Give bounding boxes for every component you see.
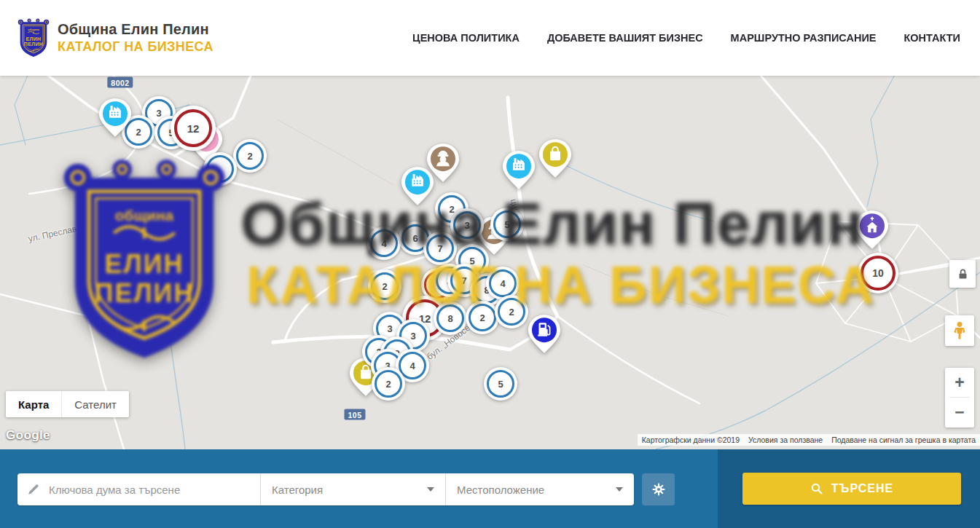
cluster-count: 2: [371, 272, 399, 300]
cluster-marker[interactable]: 8: [434, 302, 467, 335]
cluster-count: 5: [493, 210, 521, 238]
cluster-count: 10: [861, 256, 895, 291]
cluster-marker[interactable]: 2: [466, 301, 499, 334]
keyword-field: [17, 473, 261, 505]
chevron-down-icon: [427, 487, 434, 492]
gear-icon: [651, 481, 667, 497]
cluster-count: 2: [469, 304, 496, 331]
maptype-satellite-button[interactable]: Сателит: [61, 391, 129, 417]
municipality-logo-icon: община ЕЛИН ПЕЛИН: [17, 17, 50, 59]
pencil-icon: [27, 483, 40, 496]
category-pin-factory[interactable]: [98, 97, 132, 138]
category-select[interactable]: Категория: [261, 473, 446, 505]
category-pin-fuel[interactable]: [528, 313, 561, 355]
cluster-count: 4: [489, 269, 517, 297]
advanced-settings-button[interactable]: [642, 473, 675, 505]
cluster-count: 4: [370, 229, 398, 257]
cluster-marker[interactable]: 4: [367, 226, 401, 260]
search-fields: Категория Местоположение: [17, 473, 634, 505]
cluster-count: 7: [426, 235, 454, 262]
nav-contacts[interactable]: КОНТАКТИ: [903, 32, 960, 44]
cluster-marker[interactable]: 3: [450, 208, 484, 242]
maptype-map-button[interactable]: Карта: [6, 391, 61, 417]
search-button[interactable]: ТЪРСЕНЕ: [742, 473, 961, 505]
cluster-count: 3: [453, 211, 481, 239]
fullscreen-lock-button[interactable]: [949, 260, 976, 288]
brand[interactable]: община ЕЛИН ПЕЛИН Община Елин Пелин КАТА…: [17, 17, 213, 59]
zoom-control: + −: [945, 368, 974, 427]
location-select[interactable]: Местоположение: [446, 473, 634, 505]
site-subtitle: КАТАЛОГ НА БИЗНЕСА: [58, 39, 213, 55]
cluster-marker[interactable]: 5: [490, 208, 524, 241]
cluster-count: 12: [174, 109, 212, 147]
category-pin-church[interactable]: [855, 209, 889, 251]
cluster-marker[interactable]: 10: [858, 253, 898, 293]
map-canvas[interactable]: 8002105ул. Преславбул. „Новоселции 32512…: [0, 76, 980, 449]
category-pin-factory[interactable]: [502, 149, 536, 191]
keyword-input[interactable]: [47, 483, 251, 497]
chevron-down-icon: [616, 487, 623, 492]
cluster-marker[interactable]: [203, 152, 237, 186]
nav-add-business[interactable]: ДОБАВЕТЕ ВАШИЯТ БИЗНЕС: [547, 32, 703, 44]
header: община ЕЛИН ПЕЛИН Община Елин Пелин КАТА…: [0, 0, 980, 76]
category-pin-worker[interactable]: [426, 142, 460, 184]
cluster-marker[interactable]: 12: [170, 106, 216, 151]
cluster-marker[interactable]: 7: [423, 232, 457, 265]
cluster-marker[interactable]: 5: [484, 367, 517, 401]
attribution-data-notice: Картографски данни ©2019: [638, 434, 744, 446]
category-pin-bag[interactable]: [538, 138, 572, 179]
cluster-count: 5: [487, 370, 514, 398]
cluster-count: 8: [436, 304, 464, 332]
site-title: Община Елин Пелин: [58, 21, 213, 38]
cluster-count: 2: [498, 298, 525, 326]
nav-route-schedule[interactable]: МАРШРУТНО РАЗПИСАНИЕ: [731, 32, 877, 44]
main-nav: ЦЕНОВА ПОЛИТИКА ДОБАВЕТЕ ВАШИЯТ БИЗНЕС М…: [412, 32, 960, 44]
cluster-marker[interactable]: 2: [372, 367, 405, 401]
search-bar: Категория Местоположение ТЪРСЕНЕ: [0, 449, 980, 528]
cluster-count: 2: [375, 370, 402, 398]
cluster-marker[interactable]: 2: [368, 269, 401, 303]
svg-text:община: община: [28, 28, 39, 31]
map-attribution: Картографски данни ©2019 Условия за полз…: [638, 434, 980, 446]
marker-layer: 325122235647522784128223338342510: [0, 76, 980, 449]
svg-text:ПЕЛИН: ПЕЛИН: [24, 42, 43, 47]
maptype-control: Карта Сателит: [6, 391, 129, 417]
location-select-value: Местоположение: [457, 484, 544, 496]
google-logo[interactable]: Google: [6, 428, 50, 443]
svg-text:ЕЛИН: ЕЛИН: [26, 36, 41, 42]
search-button-label: ТЪРСЕНЕ: [831, 482, 893, 495]
cluster-marker[interactable]: 2: [233, 139, 267, 173]
cluster-count: [206, 155, 234, 183]
attribution-report-link[interactable]: Подаване на сигнал за грешка в картата: [827, 434, 980, 446]
cluster-count: 2: [236, 142, 264, 170]
pegman-button[interactable]: [945, 315, 974, 346]
pegman-icon: [952, 321, 968, 340]
nav-pricing-policy[interactable]: ЦЕНОВА ПОЛИТИКА: [412, 32, 520, 44]
zoom-in-button[interactable]: +: [945, 368, 974, 397]
category-select-value: Категория: [272, 484, 323, 496]
zoom-out-button[interactable]: −: [945, 398, 974, 427]
search-icon: [810, 482, 823, 495]
lock-icon: [957, 267, 969, 281]
cluster-marker[interactable]: 2: [495, 295, 528, 328]
attribution-terms-link[interactable]: Условия за ползване: [744, 434, 827, 446]
